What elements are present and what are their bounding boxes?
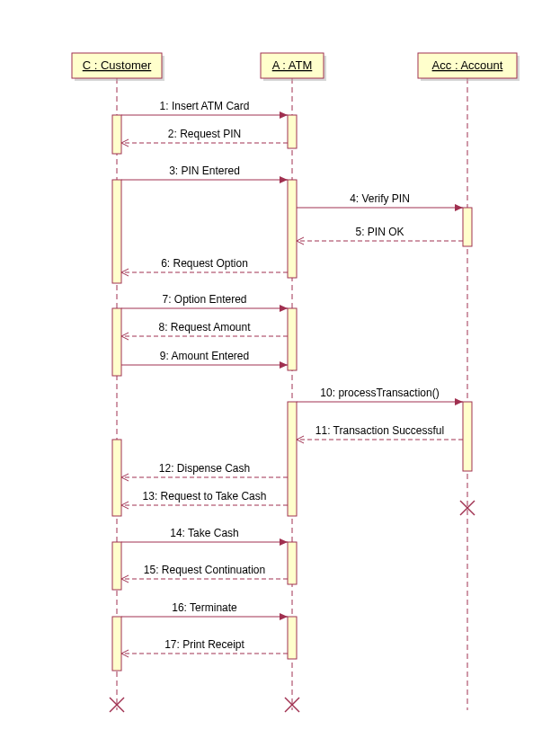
message-label-13: 13: Request to Take Cash — [143, 490, 267, 503]
message-label-8: 8: Request Amount — [158, 321, 251, 334]
arrowhead-16 — [280, 613, 288, 620]
arrowhead-3 — [280, 176, 288, 183]
message-label-14: 14: Take Cash — [170, 527, 239, 539]
message-label-15: 15: Request Continuation — [144, 564, 265, 576]
activation-C-12 — [112, 617, 121, 671]
message-label-7: 7: Option Entered — [162, 293, 246, 306]
activation-C-5 — [112, 308, 121, 376]
message-label-16: 16: Terminate — [172, 601, 237, 614]
participant-label-A: A : ATM — [272, 58, 313, 72]
message-label-12: 12: Dispense Cash — [159, 462, 250, 475]
activation-C-0 — [112, 115, 121, 154]
activation-C-2 — [112, 180, 121, 283]
activation-A-1 — [288, 115, 297, 148]
participant-label-C: C : Customer — [83, 58, 152, 72]
activation-A-3 — [288, 180, 297, 278]
activation-Acc-8 — [463, 402, 472, 471]
activation-A-13 — [288, 617, 297, 659]
message-label-2: 2: Request PIN — [168, 128, 241, 140]
participant-label-Acc: Acc : Account — [432, 58, 503, 72]
activation-C-9 — [112, 440, 121, 516]
message-label-17: 17: Print Receipt — [164, 638, 244, 651]
arrowhead-9 — [280, 361, 288, 369]
arrowhead-1 — [280, 111, 288, 119]
activation-C-10 — [112, 542, 121, 590]
message-label-11: 11: Transaction Successful — [315, 424, 444, 437]
message-label-9: 9: Amount Entered — [160, 350, 249, 362]
message-label-10: 10: processTransaction() — [320, 387, 439, 399]
message-label-3: 3: PIN Entered — [169, 165, 240, 177]
arrowhead-4 — [455, 204, 463, 211]
message-label-5: 5: PIN OK — [355, 226, 404, 238]
sequence-diagram: C : CustomerA : ATMAcc : Account1: Inser… — [0, 0, 542, 756]
activation-A-6 — [288, 308, 297, 370]
message-label-4: 4: Verify PIN — [350, 192, 410, 205]
activation-A-7 — [288, 402, 297, 516]
activation-Acc-4 — [463, 208, 472, 246]
message-label-1: 1: Insert ATM Card — [160, 100, 250, 112]
arrowhead-7 — [280, 305, 288, 312]
arrowhead-10 — [455, 398, 463, 405]
arrowhead-14 — [280, 538, 288, 546]
activation-A-11 — [288, 542, 297, 584]
message-label-6: 6: Request Option — [161, 257, 248, 270]
